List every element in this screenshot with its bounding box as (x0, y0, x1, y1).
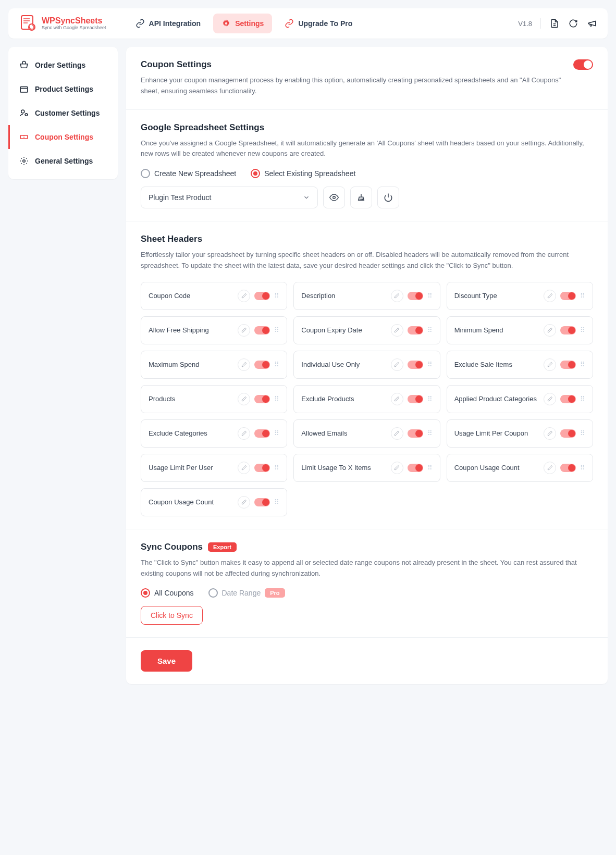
edit-button[interactable] (238, 290, 250, 302)
section-title: Sheet Headers (141, 234, 593, 244)
header-toggle[interactable] (254, 326, 270, 334)
edit-button[interactable] (544, 358, 556, 371)
header-toggle[interactable] (254, 361, 270, 369)
drag-handle-icon[interactable]: ⠿ (427, 429, 433, 437)
header-toggle[interactable] (254, 292, 270, 300)
drag-handle-icon[interactable]: ⠿ (274, 429, 279, 437)
nav-api-integration[interactable]: API Integration (127, 14, 210, 33)
header-toggle[interactable] (408, 429, 423, 438)
edit-button[interactable] (544, 290, 556, 302)
header-toggle[interactable] (254, 498, 270, 506)
header-toggle[interactable] (408, 395, 423, 403)
header-toggle[interactable] (408, 464, 423, 472)
edit-button[interactable] (238, 427, 250, 440)
megaphone-icon[interactable] (587, 18, 597, 29)
click-to-sync-button[interactable]: Click to Sync (141, 606, 203, 625)
edit-button[interactable] (391, 427, 403, 440)
edit-button[interactable] (544, 393, 556, 405)
header-toggle[interactable] (560, 326, 576, 334)
header-toggle[interactable] (408, 361, 423, 369)
nav-label: Upgrade To Pro (298, 19, 352, 28)
clear-button[interactable] (350, 187, 372, 208)
edit-button[interactable] (544, 324, 556, 337)
view-button[interactable] (323, 187, 345, 208)
power-button[interactable] (377, 187, 399, 208)
save-button[interactable]: Save (141, 650, 192, 672)
edit-button[interactable] (238, 393, 250, 405)
edit-button[interactable] (391, 393, 403, 405)
nav-upgrade-pro[interactable]: Upgrade To Pro (276, 14, 361, 33)
export-badge: Export (208, 542, 237, 552)
refresh-icon[interactable] (568, 18, 578, 29)
section-desc: Effortlessly tailor your spreadsheet by … (141, 250, 593, 271)
drag-handle-icon[interactable]: ⠿ (580, 326, 585, 334)
edit-button[interactable] (391, 462, 403, 474)
logo-subtitle: Sync with Google Spreadsheet (42, 26, 106, 31)
edit-button[interactable] (238, 324, 250, 337)
edit-button[interactable] (238, 358, 250, 371)
header-toggle[interactable] (560, 429, 576, 438)
gear-icon (221, 19, 231, 28)
edit-button[interactable] (544, 427, 556, 440)
drag-handle-icon[interactable]: ⠿ (580, 292, 585, 300)
document-icon[interactable] (549, 18, 560, 29)
edit-button[interactable] (238, 496, 250, 509)
sidebar: Order Settings Product Settings Customer… (8, 47, 118, 179)
drag-handle-icon[interactable]: ⠿ (580, 361, 585, 368)
link-icon (285, 19, 294, 28)
drag-handle-icon[interactable]: ⠿ (427, 292, 433, 300)
sidebar-item-product[interactable]: Product Settings (8, 77, 118, 101)
header-toggle[interactable] (254, 429, 270, 438)
spreadsheet-dropdown[interactable]: Plugin Test Product (141, 187, 318, 208)
sidebar-item-general[interactable]: General Settings (8, 149, 118, 173)
header-label: Allowed Emails (301, 429, 386, 437)
header-toggle[interactable] (254, 395, 270, 403)
sidebar-label: Coupon Settings (35, 133, 93, 141)
header-card: Usage Limit Per User ⠿ (141, 454, 287, 482)
sidebar-item-customer[interactable]: Customer Settings (8, 101, 118, 125)
sidebar-item-order[interactable]: Order Settings (8, 53, 118, 77)
radio-all-coupons[interactable]: All Coupons (141, 588, 194, 598)
header-toggle[interactable] (408, 292, 423, 300)
drag-handle-icon[interactable]: ⠿ (580, 429, 585, 437)
coupon-settings-toggle[interactable] (573, 59, 593, 70)
drag-handle-icon[interactable]: ⠿ (580, 395, 585, 403)
header-label: Coupon Usage Count (149, 498, 233, 506)
header-toggle[interactable] (254, 464, 270, 472)
edit-button[interactable] (391, 324, 403, 337)
header-card: Applied Product Categories ⠿ (447, 385, 593, 413)
radio-select-existing[interactable]: Select Existing Spreadsheet (251, 169, 355, 178)
drag-handle-icon[interactable]: ⠿ (580, 464, 585, 472)
svg-point-7 (225, 22, 228, 25)
header-card: Allowed Emails ⠿ (293, 419, 440, 448)
section-title: Coupon Settings (141, 59, 563, 70)
edit-button[interactable] (544, 462, 556, 474)
drag-handle-icon[interactable]: ⠿ (427, 326, 433, 334)
header-toggle[interactable] (560, 464, 576, 472)
drag-handle-icon[interactable]: ⠿ (427, 464, 433, 472)
drag-handle-icon[interactable]: ⠿ (274, 361, 279, 368)
header-card: Individual Use Only ⠿ (293, 351, 440, 379)
header-toggle[interactable] (560, 395, 576, 403)
drag-handle-icon[interactable]: ⠿ (427, 361, 433, 368)
drag-handle-icon[interactable]: ⠿ (274, 498, 279, 506)
drag-handle-icon[interactable]: ⠿ (274, 395, 279, 403)
header-card: Coupon Usage Count ⠿ (141, 488, 287, 516)
radio-date-range[interactable]: Date Range Pro (208, 588, 285, 598)
header-card: Coupon Expiry Date ⠿ (293, 316, 440, 344)
drag-handle-icon[interactable]: ⠿ (427, 395, 433, 403)
radio-label: Date Range (222, 589, 261, 597)
radio-create-new[interactable]: Create New Spreadsheet (141, 169, 236, 178)
drag-handle-icon[interactable]: ⠿ (274, 464, 279, 472)
header-toggle[interactable] (560, 292, 576, 300)
drag-handle-icon[interactable]: ⠿ (274, 326, 279, 334)
drag-handle-icon[interactable]: ⠿ (274, 292, 279, 300)
nav-settings[interactable]: Settings (213, 14, 272, 33)
header-toggle[interactable] (560, 361, 576, 369)
header-toggle[interactable] (408, 326, 423, 334)
edit-button[interactable] (391, 290, 403, 302)
broom-icon (356, 193, 366, 202)
edit-button[interactable] (238, 462, 250, 474)
edit-button[interactable] (391, 358, 403, 371)
sidebar-item-coupon[interactable]: Coupon Settings (8, 125, 118, 149)
